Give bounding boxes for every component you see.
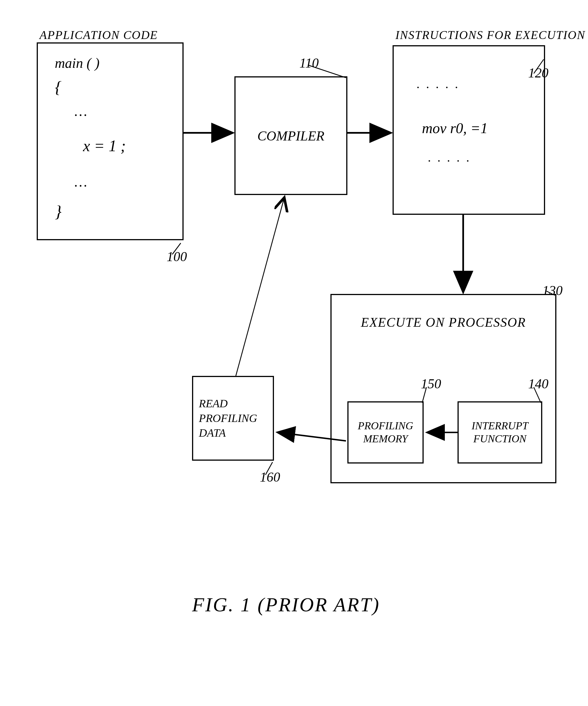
interrupt-function-label: INTERRUPT FUNCTION xyxy=(461,420,538,445)
profiling-memory-label: PROFILING MEMORY xyxy=(351,420,420,445)
processor-title: EXECUTE ON PROCESSOR xyxy=(332,315,555,330)
ref-150: 150 xyxy=(421,376,441,391)
diagram-stage: APPLICATION CODE main ( ) { … x = 1 ; … … xyxy=(0,0,588,706)
ref-160: 160 xyxy=(260,469,280,485)
code-dots1: … xyxy=(75,103,87,119)
code-instr-mov: mov r0, =1 xyxy=(422,120,488,136)
box-interrupt-function: INTERRUPT FUNCTION xyxy=(458,401,542,464)
figure-caption: FIG. 1 (PRIOR ART) xyxy=(192,593,380,616)
box-read-profiling: READ PROFILING DATA xyxy=(192,376,274,461)
code-dots2: … xyxy=(75,173,87,190)
code-instr-dots-top: · · · · · xyxy=(416,80,460,95)
ref-110: 110 xyxy=(299,55,319,71)
ref-130: 130 xyxy=(542,283,562,298)
label-application-code: APPLICATION CODE xyxy=(40,28,158,42)
box-profiling-memory: PROFILING MEMORY xyxy=(347,401,424,464)
compiler-label: COMPILER xyxy=(257,128,324,144)
box-compiler: COMPILER xyxy=(235,76,347,195)
code-brace-close: } xyxy=(55,202,61,221)
box-instructions: · · · · · mov r0, =1 · · · · · xyxy=(392,45,545,215)
ref-140: 140 xyxy=(528,376,548,391)
ref-100: 100 xyxy=(167,249,187,264)
code-assign: x = 1 ; xyxy=(83,137,126,155)
code-main-decl: main ( ) xyxy=(55,55,99,71)
label-instructions: INSTRUCTIONS FOR EXECUTION xyxy=(395,28,585,42)
arrow-read-to-compiler xyxy=(236,199,284,376)
code-brace-open: { xyxy=(55,77,61,97)
read-profiling-label: READ PROFILING DATA xyxy=(199,396,267,440)
ref-120: 120 xyxy=(528,65,548,81)
box-application-code: main ( ) { … x = 1 ; … } xyxy=(37,42,183,240)
code-instr-dots-bot: · · · · · xyxy=(428,154,471,168)
